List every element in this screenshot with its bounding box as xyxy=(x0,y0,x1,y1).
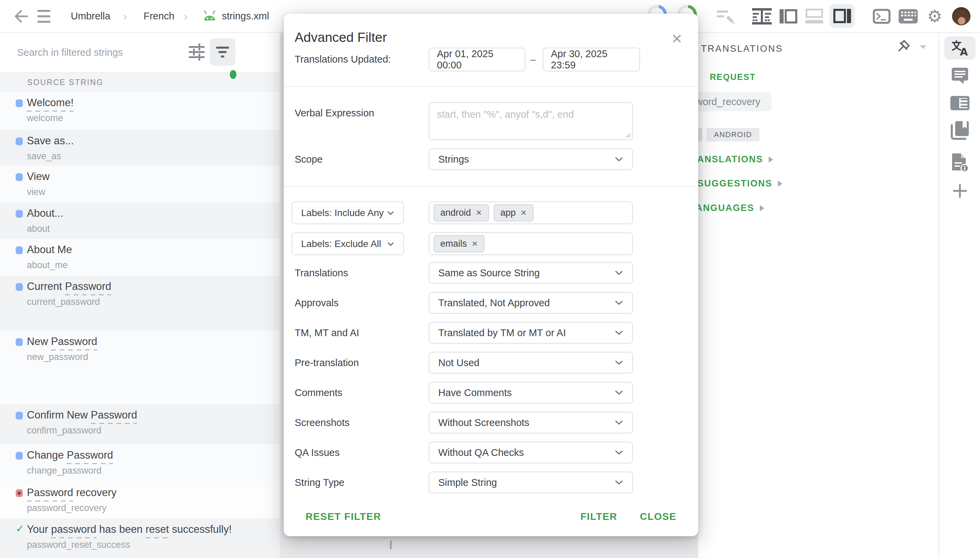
close-filter-button[interactable]: CLOSE xyxy=(640,511,676,522)
string-row[interactable]: About Meabout_me xyxy=(0,239,280,276)
translate-icon: A xyxy=(951,40,969,56)
search-settings-button[interactable] xyxy=(187,40,207,64)
settings-button[interactable]: ⚙ xyxy=(923,0,947,32)
remove-tag-icon[interactable]: ✕ xyxy=(476,208,482,217)
chevron-down-icon xyxy=(614,270,624,276)
modal-title: Advanced Filter xyxy=(295,30,387,45)
pin-panel-button[interactable] xyxy=(895,40,910,56)
list-right-view-icon xyxy=(833,8,852,25)
chevron-down-icon xyxy=(614,360,624,366)
filter-field-select[interactable]: Translated, Not Approved xyxy=(429,292,633,314)
filter-list-icon xyxy=(216,44,229,60)
verbal-expression-input[interactable] xyxy=(429,102,633,140)
user-menu[interactable] xyxy=(949,0,973,32)
labels-include-tagbox[interactable]: android✕ app✕ xyxy=(429,202,633,224)
breadcrumb-language[interactable]: French xyxy=(144,0,174,32)
string-key: current_password xyxy=(27,297,100,307)
translations-updated-label: Translations Updated: xyxy=(295,54,391,65)
plus-icon xyxy=(952,184,967,199)
side-rail: A xyxy=(939,32,980,558)
string-key: save_as xyxy=(27,151,61,162)
remove-tag-icon[interactable]: ✕ xyxy=(520,208,527,217)
back-button[interactable] xyxy=(12,0,30,32)
list-bottom-view-button[interactable] xyxy=(803,0,826,32)
filter-field-select[interactable]: Simple String xyxy=(429,471,633,493)
file-info-panel-button[interactable] xyxy=(944,152,975,173)
filter-field-label: Approvals xyxy=(295,297,338,309)
context-panel-button[interactable] xyxy=(944,94,975,113)
glossary-term: password xyxy=(51,523,96,538)
glossary-term: Password xyxy=(51,335,97,350)
remove-tag-icon[interactable]: ✕ xyxy=(472,240,478,248)
menu-button[interactable] xyxy=(38,0,50,32)
labels-exclude-mode-select[interactable]: Labels: Exclude All xyxy=(292,232,404,255)
breadcrumb-project[interactable]: Umbrella xyxy=(71,0,110,32)
label-chip: emails✕ xyxy=(433,235,484,253)
labels-exclude-tagbox[interactable]: emails✕ xyxy=(429,232,633,255)
filter-field-select[interactable]: Have Comments xyxy=(429,382,633,404)
side-by-side-view-button[interactable] xyxy=(776,0,800,32)
source-string-text: Your password has been reset successfull… xyxy=(27,523,232,535)
filter-active-badge xyxy=(229,69,238,80)
back-arrow-icon xyxy=(12,8,30,25)
date-to-input[interactable]: Apr 30, 2025 23:59 xyxy=(543,48,640,71)
keyboard-shortcuts-button[interactable] xyxy=(896,0,920,32)
apply-filter-button[interactable]: FILTER xyxy=(581,511,617,522)
panel-options-button[interactable] xyxy=(920,45,926,49)
approved-check-icon: ✓ xyxy=(16,525,24,532)
menu-icon xyxy=(38,10,50,12)
string-row[interactable]: Current Passwordcurrent_password xyxy=(0,276,280,331)
labels-include-mode-select[interactable]: Labels: Include Any xyxy=(292,202,404,224)
modal-close-button[interactable]: ✕ xyxy=(671,32,683,46)
filter-field-select[interactable]: Without Screenshots xyxy=(429,412,633,433)
string-row[interactable]: Confirm New Passwordconfirm_password xyxy=(0,404,280,444)
glossary-panel-button[interactable] xyxy=(944,120,975,141)
source-string-text: New Password xyxy=(27,335,97,348)
glossary-term: Welcome! xyxy=(27,97,74,112)
string-row[interactable]: Password recoverypassword_recovery xyxy=(0,482,280,519)
comments-panel-button[interactable] xyxy=(944,66,975,86)
string-row[interactable]: ✓Your password has been reset successful… xyxy=(0,519,280,558)
verbal-expression-label: Verbal Expression xyxy=(295,108,374,119)
date-from-input[interactable]: Apr 01, 2025 00:00 xyxy=(429,48,525,71)
string-key: change_password xyxy=(27,466,102,476)
breadcrumb-file[interactable]: strings.xml xyxy=(222,0,269,32)
reset-filter-button[interactable]: RESET FILTER xyxy=(305,511,381,522)
filter-field-select[interactable]: Not Used xyxy=(429,352,633,374)
edit-draft-button[interactable] xyxy=(713,0,737,32)
avatar xyxy=(952,7,970,26)
caret-down-icon xyxy=(920,45,926,49)
string-status-badge xyxy=(16,338,23,346)
chevron-down-icon xyxy=(614,420,624,425)
terminal-button[interactable] xyxy=(870,0,893,32)
source-string-text: Welcome! xyxy=(27,97,74,109)
string-row[interactable]: New Passwordnew_password xyxy=(0,331,280,404)
chevron-down-icon xyxy=(614,156,624,162)
string-row[interactable]: Save as...save_as xyxy=(0,130,280,166)
filter-button[interactable] xyxy=(210,38,235,66)
chevron-down-icon xyxy=(387,241,394,246)
string-status-badge xyxy=(16,210,23,218)
string-row[interactable]: Change Passwordchange_password xyxy=(0,444,280,482)
request-translation-button[interactable]: REQUEST xyxy=(710,72,756,82)
edit-draft-icon xyxy=(715,8,735,25)
source-string-header: SOURCE STRING xyxy=(27,78,103,87)
glossary-term: Password xyxy=(91,409,137,424)
string-row[interactable]: Welcome!welcome xyxy=(0,92,280,130)
translate-panel-button[interactable]: A xyxy=(944,36,975,59)
filter-field-select[interactable]: Translated by TM or MT or AI xyxy=(429,322,633,344)
string-row[interactable]: About...about xyxy=(0,202,280,239)
panel-title: TRANSLATIONS xyxy=(701,44,783,54)
search-input[interactable] xyxy=(16,42,167,63)
string-row[interactable]: Viewview xyxy=(0,166,280,202)
add-panel-button[interactable] xyxy=(944,181,975,201)
scope-select[interactable]: Strings xyxy=(429,148,633,170)
gear-icon: ⚙ xyxy=(927,8,942,25)
chevron-down-icon xyxy=(614,390,624,396)
chevron-down-icon xyxy=(614,450,624,455)
list-right-view-button-active[interactable] xyxy=(830,4,855,28)
filter-field-select[interactable]: Same as Source String xyxy=(429,262,633,284)
filter-field-label: Screenshots xyxy=(295,417,350,428)
split-editor-view-button[interactable] xyxy=(750,0,774,32)
filter-field-select[interactable]: Without QA Checks xyxy=(429,441,633,463)
